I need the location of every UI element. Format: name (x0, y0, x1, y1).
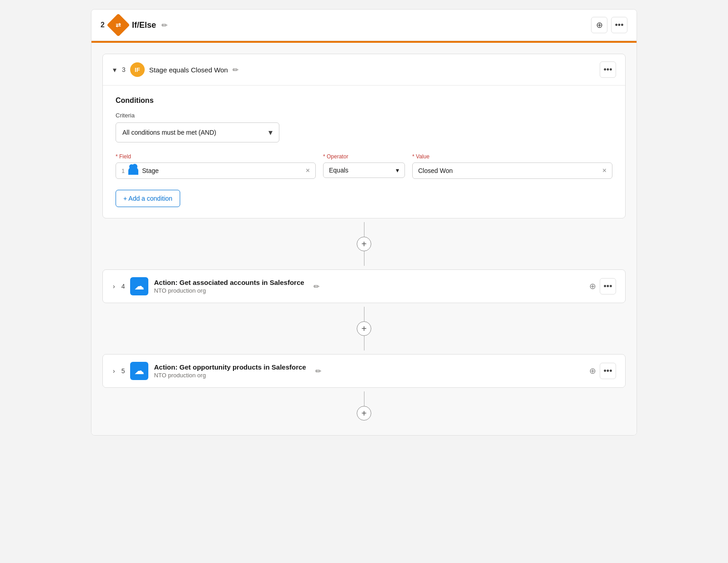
action-4-more-button[interactable]: ••• (600, 278, 616, 294)
action-block-4: › 4 ☁ Action: Get associated accounts in… (102, 269, 626, 303)
field-column: * Field 1 Stage × (116, 153, 316, 179)
header-title: If/Else (132, 20, 156, 30)
field-clear-icon[interactable]: × (306, 167, 310, 175)
header: 2 ⇄ If/Else ✏ ⊕ ••• (91, 10, 637, 41)
connector-line-3 (364, 391, 364, 406)
action-4-title: Action: Get associated accounts in Sales… (154, 279, 304, 286)
action-4-expand-button[interactable]: › (112, 282, 116, 291)
operator-dropdown-arrow: ▾ (396, 167, 399, 174)
if-badge-label: IF (135, 66, 140, 73)
connector-line-1 (364, 222, 364, 237)
action-5-salesforce-logo: ☁ (130, 362, 148, 380)
main-container: 2 ⇄ If/Else ✏ ⊕ ••• ▾ 3 IF Stage (91, 9, 637, 436)
action-4-step-number: 4 (121, 283, 125, 290)
value-required-star: * (412, 153, 416, 160)
action-5-more-button[interactable]: ••• (600, 363, 616, 379)
connector-1: + (102, 218, 626, 269)
action-5-left: › 5 ☁ Action: Get opportunity products i… (112, 362, 321, 380)
condition-row: * Field 1 Stage × * Operator (116, 153, 612, 179)
add-condition-label: + Add a condition (123, 195, 172, 202)
operator-select[interactable]: Equals ▾ (323, 162, 405, 178)
action-4-cloud-icon: ☁ (134, 280, 144, 292)
criteria-label: Criteria (116, 112, 612, 119)
action-5-cloud-icon: ☁ (134, 365, 144, 377)
if-header: ▾ 3 IF Stage equals Closed Won ✏ ••• (103, 54, 625, 86)
field-name-value: Stage (142, 167, 159, 174)
if-header-left: ▾ 3 IF Stage equals Closed Won ✏ (112, 62, 238, 77)
if-badge: IF (130, 62, 145, 77)
diamond-inner: ⇄ (116, 21, 121, 29)
connector-line-1b (364, 251, 364, 266)
action-5-title: Action: Get opportunity products in Sale… (154, 363, 306, 371)
criteria-dropdown-arrow: ▾ (268, 127, 273, 137)
criteria-select[interactable]: All conditions must be met (AND) ▾ (116, 122, 279, 142)
conditions-heading: Conditions (116, 96, 612, 105)
value-input[interactable]: Closed Won × (412, 162, 612, 179)
value-column: * Value Closed Won × (412, 153, 612, 179)
connector-line-2b (364, 336, 364, 350)
field-required-star: * (116, 153, 119, 160)
add-condition-button[interactable]: + Add a condition (116, 190, 180, 207)
diamond-icon: ⇄ (106, 14, 130, 37)
action-5-expand-button[interactable]: › (112, 366, 116, 375)
field-label: * Field (116, 153, 316, 160)
criteria-value: All conditions must be met (AND) (122, 129, 216, 136)
condition-number: 1 (121, 167, 125, 174)
operator-value: Equals (329, 167, 349, 174)
header-left: 2 ⇄ If/Else ✏ (101, 17, 167, 33)
action-4-salesforce-logo: ☁ (130, 277, 148, 295)
field-input[interactable]: 1 Stage × (116, 162, 316, 179)
operator-label: * Operator (323, 153, 405, 160)
header-edit-icon[interactable]: ✏ (162, 21, 167, 30)
value-clear-icon[interactable]: × (602, 167, 607, 175)
action-5-step-number: 5 (121, 367, 125, 375)
action-5-edit-icon[interactable]: ✏ (315, 367, 321, 375)
header-right: ⊕ ••• (591, 17, 627, 33)
conditions-area: Conditions Criteria All conditions must … (103, 86, 625, 218)
add-node-button-1[interactable]: + (357, 237, 371, 251)
connector-line-2 (364, 307, 364, 321)
action-5-subtitle: NTO production org (154, 372, 306, 379)
add-node-button-3[interactable]: + (357, 406, 371, 421)
action-5-text: Action: Get opportunity products in Sale… (154, 363, 306, 379)
operator-required-star: * (323, 153, 327, 160)
action-block-5: › 5 ☁ Action: Get opportunity products i… (102, 354, 626, 388)
action-4-move-icon[interactable]: ⊕ (589, 281, 596, 291)
operator-column: * Operator Equals ▾ (323, 153, 405, 178)
action-4-left: › 4 ☁ Action: Get associated accounts in… (112, 277, 319, 295)
action-4-edit-icon[interactable]: ✏ (313, 282, 319, 291)
if-title: Stage equals Closed Won (149, 66, 228, 74)
if-block: ▾ 3 IF Stage equals Closed Won ✏ ••• Con… (102, 54, 626, 218)
connector-3: + (102, 388, 626, 424)
action-4-right: ⊕ ••• (589, 278, 616, 294)
header-more-button[interactable]: ••• (611, 17, 627, 33)
connector-2: + (102, 303, 626, 354)
if-step-number: 3 (122, 66, 126, 73)
value-text: Closed Won (418, 167, 453, 174)
salesforce-cloud-icon (128, 167, 138, 175)
if-edit-icon[interactable]: ✏ (233, 66, 238, 74)
add-node-button-2[interactable]: + (357, 321, 371, 336)
action-5-move-icon[interactable]: ⊕ (589, 366, 596, 376)
if-more-button[interactable]: ••• (600, 61, 616, 78)
action-4-text: Action: Get associated accounts in Sales… (154, 279, 304, 294)
action-5-right: ⊕ ••• (589, 363, 616, 379)
header-move-button[interactable]: ⊕ (591, 17, 607, 33)
if-collapse-button[interactable]: ▾ (112, 65, 117, 75)
action-4-subtitle: NTO production org (154, 287, 304, 294)
header-step-number: 2 (101, 21, 105, 29)
main-content: ▾ 3 IF Stage equals Closed Won ✏ ••• Con… (91, 43, 637, 435)
value-label: * Value (412, 153, 612, 160)
